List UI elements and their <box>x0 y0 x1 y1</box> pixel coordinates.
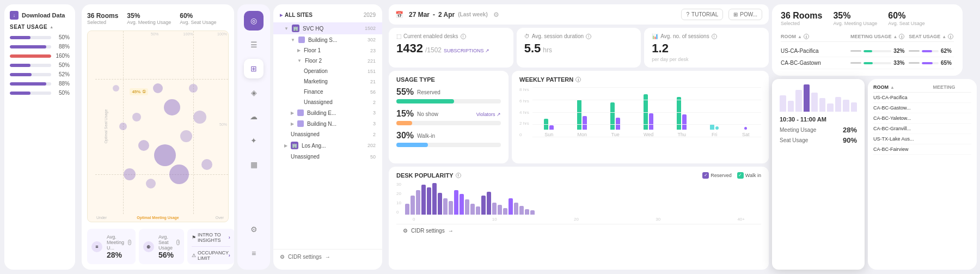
usage-row: 160% <box>10 53 70 59</box>
pop-bar <box>514 203 518 215</box>
tree-item-building-n[interactable]: ▶ Building N... 3 <box>273 118 382 129</box>
desks-icon: ⬚ <box>396 33 401 39</box>
charts-row: USAGE TYPE 55% Reserved 15% No show Vio <box>389 71 769 163</box>
stats-row-2: CA-BC-Gastown 33% 65% <box>781 57 954 69</box>
right-table-row: CA-BC-Yaletow... <box>873 113 971 124</box>
bubble-chart: Optimal Seat Usage Under Optimal Meeting… <box>87 31 229 222</box>
occupancy-limit-row[interactable]: ⚠ OCCUPANCY LIMIT › <box>192 250 230 261</box>
cidr-bottom[interactable]: ⚙ CIDR settings → <box>396 224 761 237</box>
tree-item-la[interactable]: ▶ 🏢 Los Ang... 202 <box>273 139 382 151</box>
bubble-2 <box>138 140 149 151</box>
optimal-zone-label: 45% ① <box>130 88 148 95</box>
tree-item-finance[interactable]: Finance 56 <box>273 87 382 97</box>
metrics-row: ⬚ Current enabled desks i 1432 /1502 SUB… <box>389 28 769 68</box>
bubble-10 <box>146 179 156 188</box>
main-content: 📅 27 Mar - 2 Apr (Last week) ⚙ ? TUTORIA… <box>389 4 769 270</box>
enabled-desks-card: ⬚ Current enabled desks i 1432 /1502 SUB… <box>389 28 513 68</box>
right-table-row: CA-BC-Gastow... <box>873 103 971 113</box>
weekly-pattern-card: WEEKLY PATTERN i 8 hrs 6 hrs 4 hrs 2 hrs… <box>512 71 769 163</box>
legend: ✓ Reserved ✓ Walk in <box>702 172 761 179</box>
tree-item-svc-hq[interactable]: ▼ 🏢 SVC HQ 1502 <box>273 22 382 34</box>
tree-item-building-e[interactable]: ▶ Building E... 3 <box>273 107 382 118</box>
bubble-11 <box>113 85 119 92</box>
tree-item-floor1[interactable]: ▶ Floor 1 23 <box>273 45 382 56</box>
floor-icon <box>298 36 305 43</box>
pow-button[interactable]: ⊞ POW... <box>728 9 762 20</box>
grid-line-v2 <box>193 31 194 214</box>
avg-sessions-card: 📊 Avg. no. of sessions i 1.2 per day per… <box>644 28 769 68</box>
tree-item-unassigned-f2[interactable]: Unassigned 2 <box>273 97 382 107</box>
bubble-5 <box>132 113 141 121</box>
sidebar-icon-grid[interactable]: ⊞ <box>244 59 264 78</box>
tooltip-card: 10:30 - 11:00 AM Meeting Usage 28% Seat … <box>772 79 865 270</box>
bottom-right: 10:30 - 11:00 AM Meeting Usage 28% Seat … <box>772 79 977 270</box>
tree-item-floor2[interactable]: ▼ Floor 2 221 <box>273 56 382 66</box>
pop-bar <box>503 208 507 215</box>
right-table-row: CA-BC-Fairview <box>873 144 971 155</box>
tutorial-button[interactable]: ? TUTORIAL <box>681 9 723 20</box>
usage-row: 50% <box>10 34 70 40</box>
date-range[interactable]: 27 Mar - 2 Apr (Last week) <box>409 11 488 19</box>
pop-bar <box>421 185 426 215</box>
pop-bar <box>519 206 524 215</box>
bubble-header: 36 Rooms Selected 35% Avg. Meeting Usage… <box>87 10 229 27</box>
sidebar-icon-table[interactable]: ▦ <box>244 155 264 174</box>
settings-icon[interactable]: ⚙ <box>493 11 499 19</box>
sidebar-icon-list[interactable]: ☰ <box>244 35 264 54</box>
violators-link[interactable]: Violators ↗ <box>476 112 501 117</box>
tree-item-operation[interactable]: Operation 151 <box>273 66 382 76</box>
pop-bar <box>438 193 442 215</box>
tree-items: ▼ 🏢 SVC HQ 1502 ▼ Building S... 302 ▶ Fl… <box>273 22 382 249</box>
pop-bar <box>470 204 475 215</box>
sidebar-icon-settings[interactable]: ⚙ <box>244 220 264 239</box>
tree-item-building-s[interactable]: ▼ Building S... 302 <box>273 34 382 45</box>
insights-box: ⚑ INTRO TO INSIGHTS › ⚠ OCCUPANCY LIMIT … <box>187 229 234 264</box>
tree-item-marketing[interactable]: Marketing 21 <box>273 76 382 87</box>
x-axis-labels: 0 10 20 30 40+ <box>396 216 761 222</box>
intro-insights-row[interactable]: ⚑ INTRO TO INSIGHTS › <box>192 232 230 243</box>
stats-row-1: US-CA-Pacifica 32% 62% <box>781 45 954 57</box>
pop-bar <box>481 196 486 215</box>
tree-item-unassigned-svc[interactable]: Unassigned 2 <box>273 129 382 139</box>
subscriptions-link[interactable]: SUBSCRIPTIONS ↗ <box>444 48 489 53</box>
avg-meeting-stat: 35% Avg. Meeting Usage <box>127 12 171 25</box>
cidr-settings[interactable]: ⚙ CIDR settings → <box>273 249 382 264</box>
sidebar-icon-cloud[interactable]: ☁ <box>244 107 264 126</box>
usage-type-card: USAGE TYPE 55% Reserved 15% No show Vio <box>389 71 509 163</box>
tooltip-seat-row: Seat Usage 90% <box>780 136 857 144</box>
usage-row: 88% <box>10 81 70 87</box>
tree-title: ▸ ALL SITES <box>280 12 360 18</box>
tree-item-unassigned-la[interactable]: Unassigned 50 <box>273 151 382 162</box>
pop-bar <box>487 192 491 215</box>
building-icon: 🏢 <box>292 25 299 32</box>
main-header: 📅 27 Mar - 2 Apr (Last week) ⚙ ? TUTORIA… <box>389 4 769 25</box>
bubble-1 <box>164 99 180 115</box>
rooms-selected-stat: 36 Rooms Selected <box>87 12 118 25</box>
rooms-selected-group: 36 Rooms Selected <box>781 11 822 26</box>
sidebar-icon-menu[interactable]: ≡ <box>244 243 264 263</box>
pop-bar <box>449 201 453 215</box>
sidebar-icon-logo[interactable]: ◎ <box>244 11 264 31</box>
left-panel: ↓ Download Data SEAT USAGE 50% 88% 160% … <box>4 4 75 270</box>
download-button[interactable]: ↓ Download Data <box>10 11 70 20</box>
sidebar-icon-bulb[interactable]: ✦ <box>244 131 264 150</box>
bubble-14 <box>124 168 136 180</box>
usage-row: 50% <box>10 62 70 68</box>
tooltip-chart <box>780 84 857 112</box>
pop-bar <box>443 198 448 215</box>
pop-bar <box>432 183 437 215</box>
sidebar-icon-diamond[interactable]: ◈ <box>244 83 264 102</box>
bubble-8 <box>119 123 127 130</box>
x-label-optimal: Optimal Meeting Usage <box>137 216 179 220</box>
seat-usage-group: 60% Avg. Seat Usage <box>888 11 924 26</box>
bubble-13 <box>201 159 212 170</box>
check-reserved: ✓ <box>702 172 709 179</box>
legend-walkin: ✓ Walk in <box>737 172 761 179</box>
usage-row: 50% <box>10 90 70 96</box>
pop-bar <box>492 203 497 215</box>
tutorial-icon: ? <box>686 11 689 17</box>
right-table-row: US-CA-Pacifica <box>873 93 971 103</box>
pop-bar <box>530 210 535 215</box>
bottom-stats-row: ≡ Avg. Meeting U... i 28% ⊕ Avg. Seat Us… <box>87 229 229 264</box>
usage-row: 52% <box>10 71 70 77</box>
